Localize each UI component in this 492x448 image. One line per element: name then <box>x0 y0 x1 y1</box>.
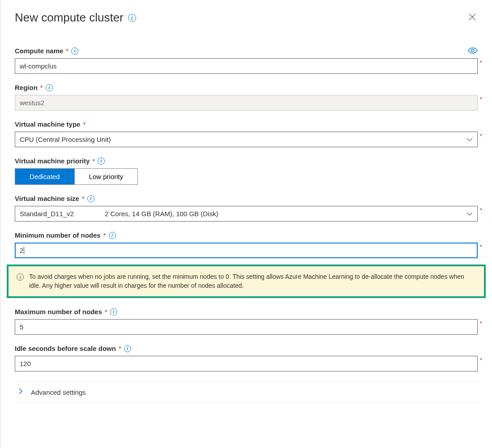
close-button[interactable] <box>467 12 478 24</box>
advanced-settings-toggle[interactable]: Advanced settings <box>15 381 478 403</box>
vm-type-select[interactable]: CPU (Central Processing Unit) <box>15 132 478 147</box>
info-icon[interactable]: i <box>110 308 117 316</box>
required-indicator: * <box>480 320 482 327</box>
advanced-settings-label: Advanced settings <box>31 388 86 396</box>
max-nodes-label: Maximum number of nodes * i <box>15 308 478 316</box>
vm-size-select[interactable]: Standard_D11_v2 2 Cores, 14 GB (RAM), 10… <box>15 206 478 222</box>
info-icon[interactable]: i <box>124 345 131 352</box>
page-title: New compute cluster i <box>15 11 136 25</box>
info-icon[interactable]: i <box>71 47 78 55</box>
info-icon[interactable]: i <box>128 14 136 22</box>
chevron-right-icon <box>18 388 24 396</box>
info-icon[interactable]: i <box>87 195 94 202</box>
priority-low-button[interactable]: Low priority <box>74 169 138 184</box>
info-icon[interactable]: i <box>109 232 116 239</box>
vm-size-label: Virtual machine size * i <box>15 195 478 202</box>
required-indicator: * <box>480 59 482 66</box>
info-icon: i <box>17 273 24 281</box>
required-indicator: * <box>480 132 482 139</box>
required-indicator: * <box>480 207 482 213</box>
vm-type-label: Virtual machine type * <box>15 120 478 128</box>
vm-priority-label: Virtual machine priority * i <box>15 157 478 165</box>
compute-name-label: Compute name * i <box>15 47 478 55</box>
compute-name-input[interactable] <box>15 58 478 74</box>
min-nodes-label: Minimum number of nodes * i <box>15 231 478 239</box>
info-icon[interactable]: i <box>46 84 53 91</box>
idle-seconds-label: Idle seconds before scale down * i <box>15 345 478 352</box>
priority-dedicated-button[interactable]: Dedicated <box>15 169 74 184</box>
min-nodes-warning: i To avoid charges when no jobs are runn… <box>7 265 486 298</box>
min-nodes-input[interactable]: 2 <box>15 243 478 258</box>
idle-seconds-input[interactable] <box>15 356 478 371</box>
max-nodes-input[interactable] <box>15 319 478 335</box>
visibility-icon[interactable] <box>468 47 478 55</box>
vm-priority-toggle: Dedicated Low priority <box>15 168 138 185</box>
vm-size-spec: 2 Cores, 14 GB (RAM), 100 GB (Disk) <box>105 210 218 218</box>
required-indicator: * <box>480 96 482 102</box>
required-indicator: * <box>480 243 482 250</box>
region-label: Region * i <box>15 84 478 91</box>
vm-size-name: Standard_D11_v2 <box>20 210 87 218</box>
region-readonly: westus2 <box>15 95 478 111</box>
svg-point-0 <box>471 49 474 52</box>
info-icon[interactable]: i <box>98 158 105 165</box>
required-indicator: * <box>480 357 482 363</box>
chevron-down-icon <box>466 210 473 218</box>
chevron-down-icon <box>466 136 473 143</box>
